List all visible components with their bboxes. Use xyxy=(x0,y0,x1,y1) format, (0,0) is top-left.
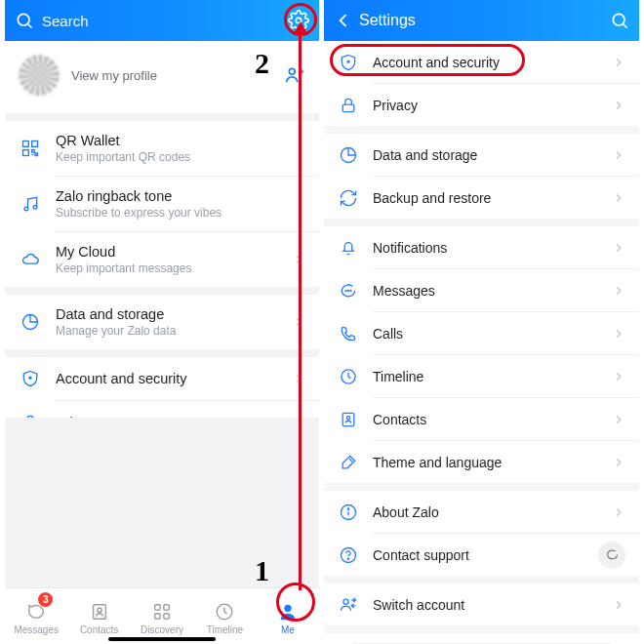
tab-me[interactable]: Me xyxy=(257,591,319,644)
svg-rect-6 xyxy=(23,150,29,156)
settings-support[interactable]: Contact support xyxy=(324,534,639,576)
tab-label: Discovery xyxy=(141,624,183,635)
row-label: Messages xyxy=(373,283,612,299)
svg-point-0 xyxy=(18,14,29,25)
svg-rect-5 xyxy=(32,141,38,147)
row-title: Account and security xyxy=(56,371,292,386)
svg-rect-17 xyxy=(164,613,170,619)
chevron-right-icon xyxy=(612,241,625,255)
left-screen: Search View my profile QR WalletKeep imp… xyxy=(5,0,319,644)
chevron-right-icon xyxy=(612,327,625,341)
search-icon[interactable] xyxy=(610,11,629,30)
tab-label: Timeline xyxy=(207,624,243,635)
data-storage-row[interactable]: Data and storageManage your Zalo data xyxy=(5,295,319,349)
settings-privacy[interactable]: Privacy xyxy=(324,84,639,126)
profile-row[interactable]: View my profile xyxy=(5,41,319,113)
settings-title: Settings xyxy=(359,12,416,29)
info-icon xyxy=(338,503,359,522)
svg-line-1 xyxy=(28,24,32,28)
pie-icon xyxy=(19,312,42,332)
settings-calls[interactable]: Calls xyxy=(324,312,639,354)
svg-rect-23 xyxy=(342,104,354,112)
brush-icon xyxy=(338,453,359,472)
tab-timeline[interactable]: Timeline xyxy=(193,591,256,644)
svg-rect-14 xyxy=(155,604,161,610)
settings-data-storage[interactable]: Data and storage xyxy=(324,134,639,176)
grid-icon xyxy=(151,601,173,623)
annotation-arrow xyxy=(299,29,302,590)
shield-icon xyxy=(19,369,42,388)
search-placeholder[interactable]: Search xyxy=(42,13,89,29)
row-label: Data and storage xyxy=(373,147,612,163)
chat-icon xyxy=(338,281,359,301)
settings-theme[interactable]: Theme and language xyxy=(324,441,639,483)
chevron-right-icon xyxy=(612,99,625,112)
svg-rect-16 xyxy=(155,613,161,619)
switch-account-icon xyxy=(338,595,359,615)
back-icon[interactable] xyxy=(334,11,359,30)
row-title: Zalo ringback tone xyxy=(56,188,305,204)
contacts-icon xyxy=(89,601,110,623)
tab-label: Me xyxy=(281,624,295,635)
svg-point-25 xyxy=(345,290,346,291)
my-cloud-row[interactable]: My CloudKeep important messages xyxy=(5,232,319,287)
book-icon xyxy=(338,410,359,429)
tab-messages[interactable]: Messages 3 xyxy=(5,591,67,644)
qr-wallet-row[interactable]: QR WalletKeep important QR codes xyxy=(5,121,319,176)
chevron-right-icon xyxy=(612,370,625,383)
settings-notifications[interactable]: Notifications xyxy=(324,226,639,268)
view-profile-link[interactable]: View my profile xyxy=(71,68,157,83)
add-friend-icon[interactable] xyxy=(284,64,305,86)
settings-timeline[interactable]: Timeline xyxy=(324,355,639,397)
tab-label: Messages xyxy=(14,624,59,635)
settings-contacts[interactable]: Contacts xyxy=(324,398,639,440)
tab-contacts[interactable]: Contacts xyxy=(67,591,130,644)
svg-point-20 xyxy=(613,14,624,25)
sync-icon xyxy=(338,188,359,208)
music-icon xyxy=(19,194,42,214)
settings-messages[interactable]: Messages xyxy=(324,269,639,311)
svg-point-35 xyxy=(347,558,348,559)
chevron-right-icon xyxy=(612,284,625,298)
left-header: Search xyxy=(5,0,319,41)
chevron-right-icon xyxy=(612,413,625,426)
phone-icon xyxy=(338,324,359,343)
row-label: About Zalo xyxy=(373,504,612,520)
bell-icon xyxy=(338,238,359,258)
settings-backup[interactable]: Backup and restore xyxy=(324,177,639,219)
bottom-tabs: Messages 3 Contacts Discovery Timeline M… xyxy=(5,587,319,644)
clock-icon xyxy=(338,367,359,386)
row-title: QR Wallet xyxy=(56,133,305,148)
account-security-row[interactable]: Account and security xyxy=(5,357,319,400)
shield-icon xyxy=(338,53,359,72)
svg-point-19 xyxy=(284,604,291,611)
settings-account-security[interactable]: Account and security xyxy=(324,41,639,83)
chat-shortcut-icon[interactable] xyxy=(598,542,625,569)
chevron-right-icon xyxy=(612,191,625,205)
svg-point-10 xyxy=(29,377,31,379)
qr-icon xyxy=(19,139,42,158)
settings-about[interactable]: About Zalo xyxy=(324,491,639,533)
svg-point-3 xyxy=(289,68,295,74)
settings-switch-account[interactable]: Switch account xyxy=(324,584,639,625)
ringback-row[interactable]: Zalo ringback toneSubscribe to express y… xyxy=(5,177,319,231)
home-indicator xyxy=(108,637,216,641)
row-label: Contacts xyxy=(373,412,612,427)
help-icon xyxy=(338,545,359,565)
lock-icon xyxy=(338,96,359,115)
svg-point-8 xyxy=(33,206,37,210)
chevron-right-icon xyxy=(612,56,625,69)
row-label: Contact support xyxy=(373,547,598,563)
empty-area xyxy=(5,418,319,587)
row-title: Data and storage xyxy=(56,306,292,322)
chevron-right-icon xyxy=(612,505,625,519)
person-icon xyxy=(277,601,299,623)
tab-discovery[interactable]: Discovery xyxy=(131,591,193,644)
search-icon[interactable] xyxy=(15,11,34,30)
row-label: Account and security xyxy=(373,55,612,70)
right-screen: Settings Account and security Privacy Da… xyxy=(324,0,639,644)
cloud-icon xyxy=(19,250,42,269)
row-subtitle: Keep important QR codes xyxy=(56,150,305,164)
svg-point-27 xyxy=(350,290,351,291)
chevron-right-icon xyxy=(612,148,625,162)
